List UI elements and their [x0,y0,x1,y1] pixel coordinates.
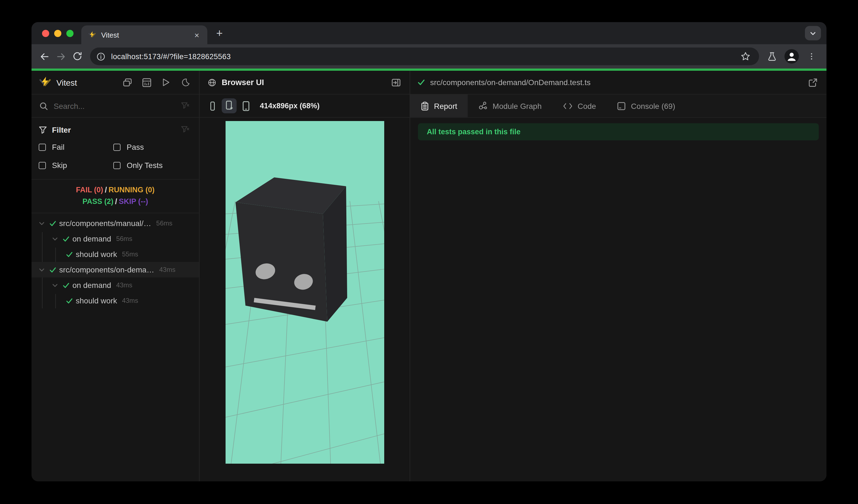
three-dot-menu-icon [807,52,816,61]
pass-check-icon [64,297,75,304]
clear-filter-icon[interactable] [178,123,192,136]
chevron-down-icon[interactable] [49,236,60,242]
arrow-right-icon [55,51,66,62]
device-small-button[interactable] [205,98,220,113]
report-panel: src/components/on-demand/OnDemand.test.t… [410,71,826,481]
open-external-button[interactable] [806,76,819,89]
tab-module-graph[interactable]: Module Graph [468,95,552,117]
globe-icon [207,76,217,89]
chevron-down-icon[interactable] [36,220,47,226]
collapse-panels-button[interactable] [121,76,134,89]
fail-count: FAIL (0) [76,186,104,194]
test-case-row[interactable]: should work 43ms [32,293,199,308]
module-graph-icon [478,101,488,111]
address-bar[interactable]: localhost:5173/#/?file=1828625563 [90,48,759,65]
tab-search-button[interactable] [805,26,821,40]
test-duration: 55ms [122,250,138,258]
test-file-row[interactable]: src/components/manual/… 56ms [32,215,199,231]
run-all-button[interactable] [159,76,173,89]
filter-checkbox-only-tests[interactable]: Only Tests [113,158,192,173]
pass-check-icon [64,250,75,258]
open-in-panel-button[interactable] [389,76,402,89]
test-label: src/components/on-dema… [59,265,154,274]
checkbox-label: Pass [127,143,144,151]
chevron-down-icon[interactable] [49,282,60,288]
dashboard-icon [142,78,151,87]
site-info-icon[interactable] [93,49,108,64]
banner-text: All tests passed in this file [427,128,521,136]
fullscreen-window-button[interactable] [66,30,74,37]
test-file-path: src/components/on-demand/OnDemand.test.t… [430,78,591,87]
pass-check-icon [47,266,58,273]
phone-small-icon [209,101,216,111]
checkbox-label: Skip [52,161,67,170]
back-button[interactable] [36,48,52,65]
test-label: on demand [73,281,111,290]
phone-plus-icon [225,101,234,111]
vitest-ui: Vitest [32,71,826,481]
clear-search-filter-icon[interactable] [178,99,192,112]
checkbox-label: Only Tests [127,161,162,170]
tab-report[interactable]: Report [410,95,468,117]
robot-cube-3d-scene [225,121,384,464]
chevron-down-icon[interactable] [36,267,47,273]
test-suite-row[interactable]: on demand 56ms [32,231,199,246]
separator: / [113,197,119,206]
tab-strip: Vitest × + [32,22,826,44]
close-window-button[interactable] [42,30,49,37]
status-line-2: PASS (2)/SKIP (--) [32,196,199,207]
play-icon [161,78,170,87]
profile-button[interactable] [783,48,800,65]
test-duration: 43ms [159,266,176,274]
forward-button[interactable] [52,48,69,65]
pass-check-icon [60,235,71,242]
filter-checkbox-skip[interactable]: Skip [39,158,113,173]
browser-preview-panel: Browser UI [200,71,410,481]
filter-checkbox-pass[interactable]: Pass [113,140,192,154]
test-status-summary: FAIL (0)/RUNNING (0) PASS (2)/SKIP (--) [32,180,199,213]
device-add-button[interactable] [222,98,237,113]
test-file-row-selected[interactable]: src/components/on-dema… 43ms [32,262,199,277]
test-suite-row[interactable]: on demand 43ms [32,277,199,293]
report-tabs: Report Module Graph [410,95,826,118]
experiments-button[interactable] [763,48,780,65]
search-input[interactable] [54,101,174,110]
refresh-button[interactable] [69,48,86,65]
viewport-dimensions-label: 414x896px (68%) [260,102,320,110]
test-duration: 43ms [116,281,132,289]
browser-tab[interactable]: Vitest × [81,26,207,44]
star-icon [740,51,750,62]
test-label: should work [76,296,117,305]
avatar [784,49,799,64]
tab-title: Vitest [101,31,187,39]
test-status-progress-bar [32,68,826,71]
new-tab-button[interactable]: + [212,26,227,41]
filter-checkbox-fail[interactable]: Fail [39,140,113,154]
tab-code[interactable]: Code [552,95,607,117]
code-icon [563,102,573,110]
tab-console[interactable]: Console (69) [606,95,685,117]
url-text: localhost:5173/#/?file=1828625563 [111,52,231,61]
browser-panel-title: Browser UI [222,78,264,87]
report-header: src/components/on-demand/OnDemand.test.t… [410,71,826,95]
test-case-row[interactable]: should work 55ms [32,246,199,262]
test-browser-viewport[interactable] [225,121,384,464]
test-duration: 43ms [122,297,138,305]
checkbox-label: Fail [52,143,64,151]
external-link-icon [808,78,817,87]
browser-menu-button[interactable] [803,48,820,65]
device-phone-button[interactable] [238,98,253,113]
dashboard-button[interactable] [140,76,153,89]
separator: / [103,186,109,194]
dark-mode-toggle[interactable] [178,76,192,89]
test-duration: 56ms [156,220,173,227]
refresh-icon [73,51,82,61]
tab-close-icon[interactable]: × [192,30,202,40]
window-controls [32,30,81,37]
tab-label: Code [578,101,596,110]
pass-check-icon [47,220,58,227]
pass-check-icon [60,281,71,289]
test-tree: src/components/manual/… 56ms on demand 5… [32,213,199,481]
minimize-window-button[interactable] [54,30,61,37]
bookmark-star-button[interactable] [737,48,753,65]
